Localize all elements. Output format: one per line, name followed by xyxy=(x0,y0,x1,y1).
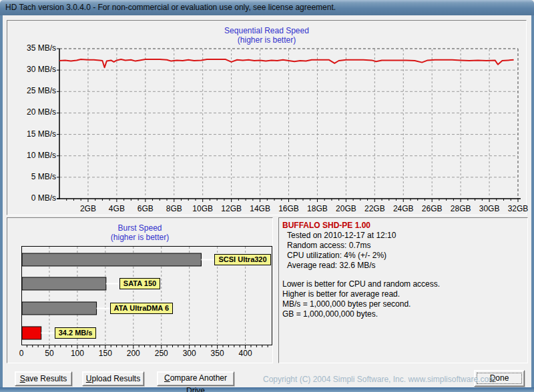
save-results-button[interactable]: Save Results xyxy=(15,371,72,386)
axis-tick-label: 200 xyxy=(127,349,140,358)
axis-tick-label: 20 MB/s xyxy=(7,107,56,117)
axis-tick-label: 150 xyxy=(99,349,112,358)
axis-tick-label: 30GB xyxy=(479,204,500,213)
axis-tick-label: 20GB xyxy=(336,204,356,213)
axis-tick-label: 5 MB/s xyxy=(7,172,56,181)
axis-tick-label: 6GB xyxy=(138,204,154,213)
axis-tick-label: 350 xyxy=(211,349,224,358)
bar-label: SATA 150 xyxy=(119,278,160,289)
axis-tick-label: 400 xyxy=(239,349,252,358)
info-line: CPU utilization: 4% (+/- 2%) xyxy=(287,251,524,261)
axis-tick-label: 50 xyxy=(45,349,53,358)
axis-tick-label: 4GB xyxy=(109,204,125,213)
hdtach-window: HD Tach version 3.0.4.0 - For non-commer… xyxy=(0,0,534,392)
axis-tick-label: 15 MB/s xyxy=(7,129,56,139)
burst-chart-title: Burst Speed xyxy=(7,223,272,233)
axis-tick-label: 18GB xyxy=(307,204,328,213)
drive-info-panel: BUFFALO SHD-PE 1.00 Tested on 2010-12-17… xyxy=(278,217,528,363)
drive-stats: Tested on 2010-12-17 at 12:10Random acce… xyxy=(282,231,524,271)
sequential-chart-title: Sequential Read Speed xyxy=(7,26,526,35)
bar-label: ATA UltraDMA 6 xyxy=(110,303,174,314)
axis-tick-label: 28GB xyxy=(451,204,471,213)
burst-chart-subtitle: (higher is better) xyxy=(7,233,272,242)
axis-tick-label: 100 xyxy=(71,349,84,358)
window-frame-bottom xyxy=(0,387,534,392)
drive-notes: Lower is better for CPU and random acces… xyxy=(282,279,524,319)
axis-tick-label: 24GB xyxy=(393,204,414,213)
axis-tick-label: 0 xyxy=(19,349,24,358)
axis-tick-label: 300 xyxy=(183,349,196,358)
sequential-read-chart xyxy=(57,48,521,205)
title-bar[interactable]: HD Tach version 3.0.4.0 - For non-commer… xyxy=(0,0,534,15)
copyright-text: Copyright (C) 2004 Simpli Software, Inc.… xyxy=(263,375,495,384)
axis-tick-label: 25 MB/s xyxy=(7,86,56,95)
window-frame-left xyxy=(0,15,3,388)
sequential-chart-subtitle: (higher is better) xyxy=(7,35,526,45)
axis-tick-label: 35 MB/s xyxy=(7,43,56,53)
axis-tick-label: 30 MB/s xyxy=(7,65,56,74)
axis-tick-label: 10GB xyxy=(192,204,213,213)
info-line: Tested on 2010-12-17 at 12:10 xyxy=(287,231,524,241)
axis-tick-label: 8GB xyxy=(166,204,182,213)
upload-results-button[interactable]: Upload Results xyxy=(82,371,144,386)
axis-tick-label: 12GB xyxy=(221,204,242,213)
axis-tick-label: 0 MB/s xyxy=(7,193,56,203)
compare-another-drive-button[interactable]: Compare Another Drive xyxy=(157,371,234,386)
drive-name: BUFFALO SHD-PE 1.00 xyxy=(282,221,524,231)
axis-tick-label: 2GB xyxy=(80,204,96,213)
axis-tick-label: 26GB xyxy=(422,204,443,213)
info-line: GB = 1,000,000,000 bytes. xyxy=(282,309,524,319)
window-frame-right xyxy=(531,15,534,388)
axis-tick-label: 250 xyxy=(155,349,168,358)
info-line: Lower is better for CPU and random acces… xyxy=(282,279,524,289)
info-line: MB/s = 1,000,000 bytes per second. xyxy=(282,299,524,309)
axis-tick-label: 10 MB/s xyxy=(7,151,56,160)
info-line: Higher is better for average read. xyxy=(282,289,524,299)
burst-speed-panel: Burst Speed (higher is better) 050100150… xyxy=(7,217,273,363)
window-title: HD Tach version 3.0.4.0 - For non-commer… xyxy=(5,3,336,12)
axis-tick-label: 32GB xyxy=(508,204,529,213)
sequential-read-panel: Sequential Read Speed (higher is better)… xyxy=(7,20,527,215)
axis-tick-label: 14GB xyxy=(250,204,270,213)
bar-label: SCSI Ultra320 xyxy=(214,254,270,265)
bar-label: 34.2 MB/s xyxy=(55,327,97,339)
axis-tick-label: 16GB xyxy=(278,204,299,213)
axis-tick-label: 22GB xyxy=(364,204,385,213)
info-line: Random access: 0.7ms xyxy=(287,241,524,251)
info-line: Average read: 32.6 MB/s xyxy=(287,261,524,271)
